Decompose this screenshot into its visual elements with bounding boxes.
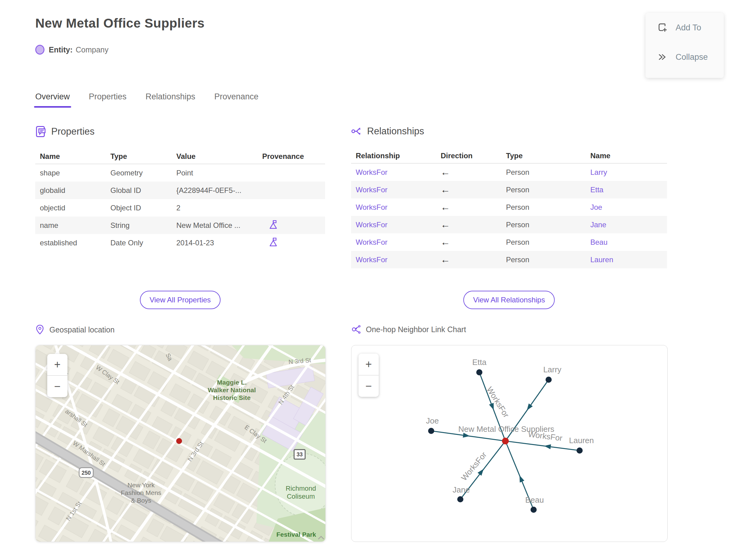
entity-link[interactable]: Jane bbox=[590, 221, 667, 229]
link-chart-canvas: WorksFor WorksFor WorksFor Etta Larry Jo… bbox=[351, 345, 667, 542]
context-menu: Add To Collapse bbox=[646, 13, 724, 78]
geospatial-section-title: Geospatial location bbox=[49, 325, 115, 334]
col-header: Name bbox=[590, 152, 667, 160]
prop-type: Geometry bbox=[110, 169, 176, 177]
relationship-link[interactable]: WorksFor bbox=[356, 221, 441, 229]
add-to-label: Add To bbox=[676, 23, 701, 33]
map-zoom-out-button[interactable]: − bbox=[47, 376, 67, 397]
tab-properties[interactable]: Properties bbox=[89, 92, 127, 108]
poi-label: Walker National bbox=[208, 386, 256, 393]
map-pin-icon bbox=[35, 324, 44, 335]
prop-name: globalid bbox=[40, 186, 110, 195]
linkchart-section-header: One-hop Neighbor Link Chart bbox=[351, 324, 466, 334]
node-center[interactable] bbox=[502, 438, 509, 444]
node-larry[interactable] bbox=[546, 377, 552, 383]
geospatial-map[interactable]: + − bbox=[35, 345, 326, 542]
prop-type: String bbox=[110, 221, 176, 230]
edge-label: WorksFor bbox=[459, 450, 489, 482]
view-all-relationships-button[interactable]: View All Relationships bbox=[463, 291, 555, 309]
node-label: Jane bbox=[453, 485, 470, 494]
direction-arrow: ← bbox=[441, 219, 506, 230]
node-label: Beau bbox=[525, 495, 544, 504]
relationship-link[interactable]: WorksFor bbox=[356, 203, 441, 212]
map-zoom-in-button[interactable]: + bbox=[47, 354, 67, 375]
col-header: Relationship bbox=[356, 152, 441, 160]
route-shield-va33: 33 bbox=[294, 450, 305, 459]
relationships-card: Relationships Relationship Direction Typ… bbox=[351, 126, 667, 316]
node-beau[interactable] bbox=[531, 507, 537, 513]
relationships-table: Relationship Direction Type Name WorksFo… bbox=[351, 148, 667, 268]
col-header: Value bbox=[176, 152, 262, 161]
table-row: WorksFor ← Person Joe bbox=[351, 198, 667, 216]
svg-text:250: 250 bbox=[82, 470, 91, 476]
prop-value: 2014-01-23 bbox=[176, 239, 262, 247]
entity-summary: Entity: Company bbox=[35, 45, 109, 55]
chart-zoom-in-button[interactable]: + bbox=[358, 354, 379, 375]
table-row: WorksFor ← Person Larry bbox=[351, 163, 667, 181]
rel-type: Person bbox=[506, 203, 590, 212]
svg-text:33: 33 bbox=[297, 451, 303, 458]
poi-label: Fashion Mens bbox=[121, 489, 161, 496]
table-row: name String New Metal Office ... bbox=[35, 217, 325, 234]
prop-type: Object ID bbox=[110, 204, 176, 212]
rel-type: Person bbox=[506, 238, 590, 247]
basemap: 250 33 ok Rd W Clay St Sa N 3rd St N 4th… bbox=[36, 345, 325, 542]
node-label: Larry bbox=[543, 365, 561, 374]
chart-zoom-out-button[interactable]: − bbox=[358, 375, 379, 397]
node-label: Lauren bbox=[569, 436, 594, 445]
one-hop-link-chart[interactable]: + − WorksFor WorksFor WorksFor bbox=[351, 345, 668, 542]
entity-link[interactable]: Joe bbox=[590, 203, 667, 212]
direction-arrow: ← bbox=[441, 254, 506, 265]
table-row: globalid Global ID {A228944F-0EF5-... bbox=[35, 182, 325, 199]
direction-arrow: ← bbox=[441, 237, 506, 248]
poi-label: Coliseum bbox=[287, 493, 315, 500]
rel-type: Person bbox=[506, 186, 590, 194]
properties-section-title: Properties bbox=[51, 126, 94, 137]
provenance-flag-icon[interactable] bbox=[269, 220, 278, 229]
tab-relationships[interactable]: Relationships bbox=[146, 92, 195, 108]
prop-type: Date Only bbox=[110, 239, 176, 247]
table-row: WorksFor ← Person Beau bbox=[351, 233, 667, 251]
col-header: Type bbox=[506, 152, 590, 160]
tab-provenance[interactable]: Provenance bbox=[214, 92, 259, 108]
center-node-label: New Metal Office Suppliers bbox=[458, 424, 554, 434]
tab-overview[interactable]: Overview bbox=[35, 92, 70, 108]
properties-card: Properties Name Type Value Provenance sh… bbox=[35, 126, 325, 316]
prop-value: New Metal Office ... bbox=[176, 221, 262, 230]
rel-type: Person bbox=[506, 168, 590, 177]
link-chart-icon bbox=[351, 324, 361, 334]
node-etta[interactable] bbox=[476, 369, 482, 375]
relationship-link[interactable]: WorksFor bbox=[356, 238, 441, 247]
entity-type-icon bbox=[35, 45, 44, 55]
entity-link[interactable]: Etta bbox=[590, 186, 667, 194]
node-joe[interactable] bbox=[428, 428, 434, 434]
geospatial-section-header: Geospatial location bbox=[35, 324, 115, 335]
prop-name: shape bbox=[40, 169, 110, 177]
entity-link[interactable]: Beau bbox=[590, 238, 667, 247]
table-row: shape Geometry Point bbox=[35, 164, 325, 182]
linkchart-section-title: One-hop Neighbor Link Chart bbox=[366, 325, 466, 334]
add-to-button[interactable]: Add To bbox=[646, 13, 724, 42]
prop-name: name bbox=[40, 221, 110, 230]
table-row: established Date Only 2014-01-23 bbox=[35, 234, 325, 251]
relationships-icon bbox=[351, 126, 362, 137]
entity-link[interactable]: Larry bbox=[590, 168, 667, 177]
poi-label: Historic Site bbox=[213, 394, 251, 401]
view-all-properties-button[interactable]: View All Properties bbox=[140, 291, 221, 309]
poi-label: & Boys bbox=[131, 497, 151, 504]
prop-name: objectid bbox=[40, 204, 110, 212]
relationship-link[interactable]: WorksFor bbox=[356, 255, 441, 264]
node-jane[interactable] bbox=[457, 496, 463, 502]
map-feature-marker[interactable] bbox=[176, 438, 182, 444]
provenance-flag-icon[interactable] bbox=[269, 237, 278, 247]
entity-link[interactable]: Lauren bbox=[590, 255, 667, 264]
relationship-link[interactable]: WorksFor bbox=[356, 168, 441, 177]
node-lauren[interactable] bbox=[577, 447, 583, 454]
rel-type: Person bbox=[506, 221, 590, 229]
relationship-link[interactable]: WorksFor bbox=[356, 186, 441, 194]
direction-arrow: ← bbox=[441, 184, 506, 195]
collapse-icon bbox=[657, 52, 668, 62]
route-shield-us250: 250 bbox=[79, 468, 93, 478]
properties-icon bbox=[35, 126, 46, 137]
collapse-button[interactable]: Collapse bbox=[646, 42, 724, 72]
